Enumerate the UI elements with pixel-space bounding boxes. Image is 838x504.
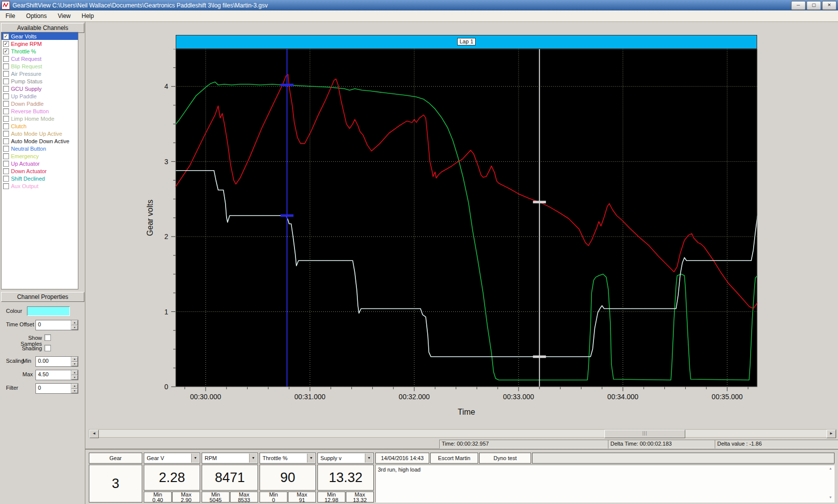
menu-help[interactable]: Help xyxy=(76,10,100,21)
scrollbar-thumb[interactable]: ||| xyxy=(604,430,685,438)
svg-text:00:30.000: 00:30.000 xyxy=(190,393,221,401)
channel-checkbox[interactable] xyxy=(3,56,9,62)
channel-checkbox[interactable] xyxy=(3,146,9,152)
menu-view[interactable]: View xyxy=(52,10,76,21)
scaling-min-spin-up-icon[interactable]: ▲ xyxy=(71,357,78,362)
menu-file[interactable]: File xyxy=(0,10,20,21)
channel-item-air-pressure[interactable]: Air Pressure xyxy=(1,70,78,77)
metric-select-throttle-[interactable]: Throttle % ▼ xyxy=(260,453,316,464)
channel-checkbox[interactable] xyxy=(3,161,9,167)
channel-item-reverse-button[interactable]: Reverse Button xyxy=(1,107,78,115)
channel-checkbox[interactable] xyxy=(3,93,9,99)
dropdown-arrow-icon[interactable]: ▼ xyxy=(249,454,257,463)
channel-label: Engine RPM xyxy=(11,41,42,47)
channel-item-throttle-[interactable]: ✓Throttle % xyxy=(1,47,78,55)
channel-item-down-actuator[interactable]: Down Actuator xyxy=(1,167,78,175)
channel-checkbox[interactable] xyxy=(3,123,9,129)
metric-select-supply-v[interactable]: Supply v ▼ xyxy=(317,453,374,464)
channel-checkbox[interactable] xyxy=(3,101,9,107)
metric-max-cell: Max8533 xyxy=(230,492,258,503)
channel-item-shift-declined[interactable]: Shift Declined xyxy=(1,175,78,182)
channel-item-aux-output[interactable]: Aux Output xyxy=(1,182,78,190)
channel-checkbox[interactable]: ✓ xyxy=(3,41,9,47)
metric-select-rpm[interactable]: RPM ▼ xyxy=(202,453,258,464)
metric-select-gear-v[interactable]: Gear V ▼ xyxy=(144,453,200,464)
channel-item-auto-mode-down-active[interactable]: Auto Mode Down Active xyxy=(1,137,78,145)
scroll-left-icon[interactable]: ◄ xyxy=(89,430,99,438)
metric-min-cell: Min5045 xyxy=(202,492,230,503)
channel-item-gear-volts[interactable]: ✓Gear Volts xyxy=(1,32,78,40)
maximize-button[interactable]: ▢ xyxy=(807,1,821,10)
filter-input[interactable]: 0 ▲▼ xyxy=(35,383,78,394)
scaling-max-label: Max xyxy=(22,371,33,377)
channel-checkbox[interactable] xyxy=(3,183,9,189)
svg-text:00:32.000: 00:32.000 xyxy=(399,393,430,401)
channel-label: Aux Output xyxy=(11,183,38,189)
scaling-max-spin-up-icon[interactable]: ▲ xyxy=(71,370,78,375)
time-offset-spin-down-icon[interactable]: ▼ xyxy=(71,325,78,330)
svg-text:1: 1 xyxy=(164,308,168,316)
channel-item-blip-request[interactable]: Blip Request xyxy=(1,62,78,70)
channel-item-up-actuator[interactable]: Up Actuator xyxy=(1,160,78,167)
channel-checkbox[interactable] xyxy=(3,168,9,174)
channel-item-down-paddle[interactable]: Down Paddle xyxy=(1,100,78,107)
delta-value-readout: Delta value : -1.86 xyxy=(715,440,838,449)
filter-spin-up-icon[interactable]: ▲ xyxy=(71,384,78,389)
metric-value-rpm: 8471 xyxy=(202,465,258,491)
dropdown-arrow-icon[interactable]: ▼ xyxy=(365,454,373,463)
colour-swatch[interactable] xyxy=(27,306,70,316)
channel-label: Gear Volts xyxy=(11,33,36,39)
minimize-button[interactable]: ─ xyxy=(791,1,806,10)
channel-label: Emergency xyxy=(11,153,39,159)
channel-item-emergency[interactable]: Emergency xyxy=(1,152,78,160)
metric-min-cell: Min0.40 xyxy=(144,492,172,503)
channel-checkbox[interactable] xyxy=(3,153,9,159)
channel-item-neutral-button[interactable]: Neutral Button xyxy=(1,145,78,152)
menu-options[interactable]: Options xyxy=(20,10,52,21)
filter-spin-down-icon[interactable]: ▼ xyxy=(71,389,78,394)
channel-item-cut-request[interactable]: Cut Request xyxy=(1,55,78,62)
time-offset-spin-up-icon[interactable]: ▲ xyxy=(71,320,78,325)
cursor-time-readout: Time: 00:00:32.957 xyxy=(439,440,609,449)
notes-scroll-up-icon[interactable]: ▲ xyxy=(828,467,833,472)
dropdown-arrow-icon[interactable]: ▼ xyxy=(307,454,315,463)
channel-checkbox[interactable] xyxy=(3,138,9,144)
delta-time-readout: Delta Time: 00:00:02.183 xyxy=(608,440,716,449)
channel-checkbox[interactable] xyxy=(3,71,9,77)
scaling-max-input[interactable]: 4.50 ▲▼ xyxy=(35,370,78,380)
metric-max-cell: Max13.32 xyxy=(346,492,374,503)
metric-min-cell: Min12.98 xyxy=(317,492,345,503)
notes-scroll-down-icon[interactable]: ▼ xyxy=(828,496,833,501)
channel-checkbox[interactable] xyxy=(3,176,9,182)
channel-properties-header: Channel Properties xyxy=(1,292,84,302)
svg-text:Gear volts: Gear volts xyxy=(146,200,154,236)
scaling-min-spin-down-icon[interactable]: ▼ xyxy=(71,362,78,367)
scaling-max-spin-down-icon[interactable]: ▼ xyxy=(71,375,78,380)
channel-item-engine-rpm[interactable]: ✓Engine RPM xyxy=(1,40,78,47)
channel-item-up-paddle[interactable]: Up Paddle xyxy=(1,92,78,100)
scaling-min-input[interactable]: 0.00 ▲▼ xyxy=(35,356,78,367)
channel-checkbox[interactable]: ✓ xyxy=(3,48,9,54)
channel-item-gcu-supply[interactable]: GCU Supply xyxy=(1,85,78,92)
channel-item-limp-home-mode[interactable]: Limp Home Mode xyxy=(1,115,78,122)
close-button[interactable]: ✕ xyxy=(822,1,837,10)
show-samples-checkbox[interactable] xyxy=(44,334,51,341)
scroll-right-icon[interactable]: ► xyxy=(827,430,836,438)
channel-checkbox[interactable]: ✓ xyxy=(3,33,9,39)
channel-checkbox[interactable] xyxy=(3,86,9,92)
channel-checkbox[interactable] xyxy=(3,78,9,84)
dropdown-arrow-icon[interactable]: ▼ xyxy=(191,454,199,463)
signal-plot[interactable]: 00:30.00000:31.00000:32.00000:33.00000:3… xyxy=(144,49,758,421)
plot-horizontal-scrollbar[interactable]: ◄ ► ||| xyxy=(89,429,837,438)
gearshiftview-window: GearShiftView C:\Users\Neil Wallace\Docu… xyxy=(0,0,838,504)
channel-checkbox[interactable] xyxy=(3,116,9,122)
channel-item-clutch[interactable]: Clutch xyxy=(1,122,78,130)
shading-checkbox[interactable] xyxy=(44,345,51,351)
session-notes[interactable]: 3rd run, high load ▲ ▼ xyxy=(375,465,835,503)
time-offset-input[interactable]: 0 ▲▼ xyxy=(35,320,78,330)
channel-checkbox[interactable] xyxy=(3,108,9,114)
channel-item-auto-mode-up-active[interactable]: Auto Mode Up Active xyxy=(1,130,78,137)
channel-checkbox[interactable] xyxy=(3,63,9,69)
channel-item-pump-status[interactable]: Pump Status xyxy=(1,77,78,85)
channel-checkbox[interactable] xyxy=(3,131,9,137)
